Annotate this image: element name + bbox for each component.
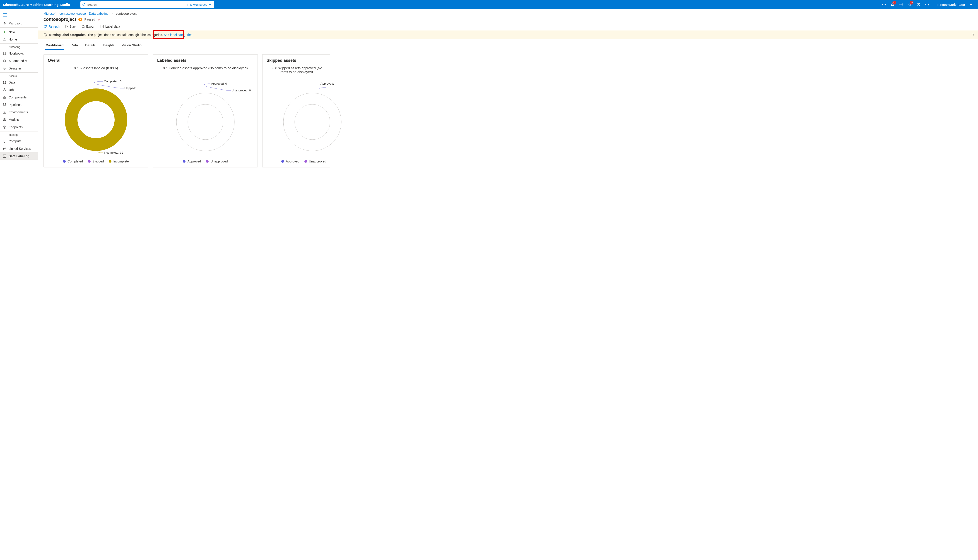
- page-title: contosoproject: [43, 17, 76, 22]
- sidebar-compute[interactable]: Compute: [0, 137, 38, 145]
- svg-rect-6: [3, 52, 6, 55]
- directory-badge: 14: [909, 1, 913, 5]
- legend: Approved Unapproved: [267, 157, 326, 163]
- legend-item: Unapproved: [206, 160, 227, 163]
- card-subtitle: 0 / 0 labeled assets approved (No items …: [157, 66, 253, 76]
- sidebar-item-label: Components: [8, 95, 27, 99]
- sidebar-components[interactable]: Components: [0, 93, 38, 101]
- svg-point-7: [3, 67, 4, 68]
- sidebar-data-labeling[interactable]: Data Labeling: [0, 152, 38, 160]
- sidebar-designer[interactable]: Designer: [0, 65, 38, 72]
- svg-point-22: [4, 127, 5, 128]
- sidebar-linked-services[interactable]: Linked Services: [0, 145, 38, 152]
- svg-point-0: [83, 3, 85, 5]
- callout-completed: Completed: 0: [104, 80, 121, 83]
- sidebar-notebooks[interactable]: Notebooks: [0, 50, 38, 57]
- tab-details[interactable]: Details: [85, 42, 96, 50]
- sidebar-environments[interactable]: Environments: [0, 108, 38, 116]
- feedback-button[interactable]: [923, 0, 931, 9]
- banner-prefix: Missing label categories:: [49, 33, 87, 37]
- chevron-down-icon: [209, 3, 211, 6]
- tab-insights[interactable]: Insights: [102, 42, 115, 50]
- breadcrumb-link-microsoft[interactable]: Microsoft: [43, 12, 57, 15]
- svg-point-3: [901, 4, 902, 5]
- export-button[interactable]: Export: [81, 25, 95, 28]
- recent-button[interactable]: [880, 0, 888, 9]
- sidebar-item-label: Data Labeling: [8, 154, 30, 158]
- breadcrumb-current: contosoproject: [116, 12, 137, 15]
- clock-icon: [882, 2, 886, 7]
- settings-button[interactable]: [897, 0, 905, 9]
- labeling-icon: [3, 154, 6, 158]
- sidebar-item-label: Environments: [8, 110, 28, 114]
- card-title: Overall: [48, 58, 144, 63]
- callout-approved: Approved:: [321, 82, 334, 85]
- svg-point-18: [5, 105, 6, 106]
- link-icon: [3, 147, 6, 150]
- callout-unapproved: Unapproved: 0: [231, 89, 251, 92]
- breadcrumb-link-labeling[interactable]: Data Labeling: [89, 12, 109, 15]
- search-scope-dropdown[interactable]: This workspace: [186, 3, 212, 7]
- svg-rect-14: [5, 98, 6, 98]
- label-data-button[interactable]: Label data: [100, 25, 120, 28]
- dashboard-content: Overall 0 / 32 assets labeled (0.00%) Co: [38, 50, 978, 172]
- directory-button[interactable]: 14: [906, 0, 914, 9]
- sidebar-item-label: Endpoints: [8, 125, 23, 129]
- svg-rect-13: [3, 98, 4, 98]
- search-input[interactable]: [86, 3, 186, 6]
- sidebar-new[interactable]: + New: [0, 28, 38, 35]
- svg-point-17: [3, 105, 4, 106]
- chevron-down-icon: [970, 3, 973, 6]
- compute-icon: [3, 139, 6, 143]
- tab-data[interactable]: Data: [70, 42, 79, 50]
- workspace-switcher[interactable]: [967, 3, 975, 6]
- flask-icon: [3, 88, 6, 92]
- sidebar: Microsoft + New Home Authoring Notebooks…: [0, 9, 38, 560]
- add-label-categories-link[interactable]: Add label categories.: [164, 33, 193, 37]
- banner-message: The project does not contain enough labe…: [87, 33, 163, 37]
- svg-point-5: [925, 3, 929, 6]
- favorite-button[interactable]: ☆: [97, 17, 100, 22]
- refresh-button[interactable]: Refresh: [43, 25, 60, 28]
- sidebar-jobs[interactable]: Jobs: [0, 86, 38, 93]
- gear-icon: [899, 2, 903, 7]
- tab-vision-studio[interactable]: Vision Studio: [121, 42, 142, 50]
- sidebar-back[interactable]: Microsoft: [0, 20, 38, 27]
- global-search[interactable]: This workspace: [80, 2, 214, 8]
- sidebar-pipelines[interactable]: Pipelines: [0, 101, 38, 108]
- legend: Completed Skipped Incomplete: [48, 157, 144, 163]
- plus-icon: +: [3, 30, 6, 34]
- notifications-button[interactable]: 23: [889, 0, 897, 9]
- help-button[interactable]: [914, 0, 923, 9]
- sidebar-toggle[interactable]: [0, 10, 38, 20]
- cmd-label: Export: [86, 25, 95, 28]
- breadcrumb-link-workspace[interactable]: contosoworkspace: [60, 12, 86, 15]
- sidebar-automl[interactable]: Automated ML: [0, 57, 38, 65]
- product-title: Microsoft Azure Machine Learning Studio: [3, 3, 70, 7]
- designer-icon: [3, 67, 6, 70]
- svg-point-15: [3, 103, 4, 104]
- search-icon: [82, 3, 86, 6]
- notifications-badge: 23: [893, 1, 896, 5]
- sidebar-data[interactable]: Data: [0, 78, 38, 86]
- svg-rect-12: [5, 96, 6, 97]
- cmd-label: Refresh: [48, 25, 60, 28]
- legend-item: Incomplete: [109, 160, 129, 163]
- svg-rect-19: [3, 111, 6, 113]
- legend-item: Unapproved: [304, 160, 326, 163]
- legend-item: Skipped: [88, 160, 104, 163]
- card-subtitle: 0 / 0 skipped assets approved (No items …: [267, 66, 326, 76]
- start-button[interactable]: Start: [65, 25, 76, 28]
- smiley-icon: [925, 2, 929, 7]
- sidebar-endpoints[interactable]: Endpoints: [0, 123, 38, 131]
- callout-approved: Approved: 0: [211, 82, 227, 85]
- banner-collapse[interactable]: [972, 33, 975, 37]
- main-area: Microsoft contosoworkspace Data Labeling…: [38, 9, 978, 560]
- skipped-donut-chart: Approved:: [267, 77, 326, 157]
- tab-dashboard[interactable]: Dashboard: [45, 42, 64, 50]
- sidebar-models[interactable]: Models: [0, 116, 38, 123]
- sidebar-home[interactable]: Home: [0, 35, 38, 43]
- automl-icon: [3, 59, 6, 63]
- info-icon: [43, 33, 47, 37]
- card-title: Skipped assets: [267, 58, 326, 63]
